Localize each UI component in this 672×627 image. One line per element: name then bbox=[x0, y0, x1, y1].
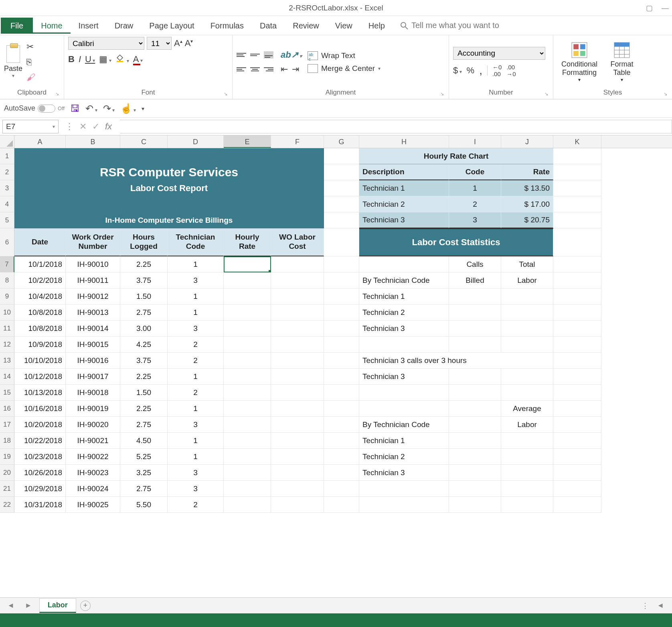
cell[interactable]: 3.25 bbox=[120, 465, 168, 481]
orientation-icon[interactable]: ab↗ bbox=[281, 50, 302, 60]
cell[interactable] bbox=[324, 353, 359, 369]
align-left-icon[interactable] bbox=[237, 66, 246, 73]
cell[interactable] bbox=[14, 148, 324, 164]
cell[interactable]: Average bbox=[501, 401, 553, 417]
cell[interactable] bbox=[501, 321, 553, 337]
cell[interactable]: IH-90020 bbox=[66, 417, 120, 433]
cell[interactable]: 1 bbox=[168, 256, 224, 272]
percent-format-icon[interactable]: % bbox=[467, 65, 475, 76]
cell[interactable] bbox=[324, 272, 359, 288]
cell[interactable] bbox=[449, 449, 501, 465]
cell[interactable] bbox=[553, 497, 601, 513]
cell[interactable] bbox=[553, 433, 601, 449]
cell[interactable]: Technician 3 bbox=[359, 465, 449, 481]
italic-button[interactable]: I bbox=[79, 54, 81, 65]
cell[interactable]: Technician 1 bbox=[359, 180, 449, 196]
cell[interactable] bbox=[271, 449, 324, 465]
cell[interactable] bbox=[271, 385, 324, 401]
cell[interactable] bbox=[449, 288, 501, 304]
cell[interactable]: 1 bbox=[168, 449, 224, 465]
row-header[interactable]: 17 bbox=[0, 417, 14, 433]
cell[interactable] bbox=[501, 497, 553, 513]
autosave-toggle[interactable]: AutoSave Off bbox=[4, 104, 65, 113]
cell[interactable] bbox=[553, 481, 601, 497]
cell[interactable] bbox=[359, 385, 449, 401]
cell[interactable] bbox=[553, 180, 601, 196]
cell[interactable] bbox=[271, 288, 324, 304]
cell[interactable] bbox=[224, 449, 271, 465]
cell[interactable] bbox=[224, 433, 271, 449]
cell[interactable] bbox=[324, 196, 359, 212]
cell[interactable]: WO Labor Cost bbox=[271, 228, 324, 256]
cell[interactable] bbox=[271, 304, 324, 321]
cell[interactable] bbox=[224, 369, 271, 385]
cell[interactable]: 10/2/2018 bbox=[14, 272, 66, 288]
align-center-icon[interactable] bbox=[250, 66, 260, 73]
page-layout-tab[interactable]: Page Layout bbox=[141, 18, 202, 34]
cell[interactable] bbox=[324, 228, 359, 256]
cell[interactable] bbox=[501, 304, 553, 321]
row-header[interactable]: 5 bbox=[0, 212, 14, 228]
cell[interactable]: 3 bbox=[168, 272, 224, 288]
row-header[interactable]: 6 bbox=[0, 228, 14, 256]
cell[interactable]: 3 bbox=[168, 465, 224, 481]
cell[interactable] bbox=[553, 272, 601, 288]
active-cell[interactable] bbox=[224, 256, 271, 272]
cell[interactable]: 1 bbox=[168, 433, 224, 449]
decrease-decimal-icon[interactable]: .00→0 bbox=[506, 64, 516, 77]
row-header[interactable]: 2 bbox=[0, 164, 14, 180]
cell[interactable] bbox=[271, 497, 324, 513]
cell[interactable] bbox=[324, 497, 359, 513]
redo-icon[interactable]: ↷ bbox=[103, 103, 115, 114]
cell[interactable]: 10/22/2018 bbox=[14, 433, 66, 449]
enter-icon[interactable]: ✓ bbox=[92, 121, 99, 132]
row-header[interactable]: 18 bbox=[0, 433, 14, 449]
accounting-format-icon[interactable]: $ bbox=[453, 65, 462, 76]
cell[interactable] bbox=[271, 465, 324, 481]
cell[interactable]: Work Order Number bbox=[66, 228, 120, 256]
cell[interactable]: 10/1/2018 bbox=[14, 256, 66, 272]
row-header[interactable]: 12 bbox=[0, 337, 14, 353]
font-color-button[interactable]: A bbox=[133, 54, 143, 65]
cell[interactable]: 10/12/2018 bbox=[14, 369, 66, 385]
help-tab[interactable]: Help bbox=[360, 18, 393, 34]
cell[interactable]: 10/10/2018 bbox=[14, 353, 66, 369]
cell[interactable] bbox=[553, 369, 601, 385]
cell[interactable]: Technician 1 bbox=[359, 433, 449, 449]
cancel-icon[interactable]: ✕ bbox=[79, 121, 87, 132]
cell[interactable] bbox=[501, 449, 553, 465]
sheet-tab-labor[interactable]: Labor bbox=[39, 598, 76, 613]
number-format-select[interactable]: Accounting bbox=[453, 47, 545, 60]
ribbon-collapse-icon[interactable]: ▢ bbox=[646, 0, 653, 16]
cell[interactable]: IH-90015 bbox=[66, 337, 120, 353]
cell[interactable] bbox=[449, 417, 501, 433]
row-header[interactable]: 10 bbox=[0, 304, 14, 321]
cell[interactable] bbox=[449, 465, 501, 481]
cell[interactable] bbox=[224, 337, 271, 353]
cell[interactable] bbox=[324, 212, 359, 228]
cell[interactable] bbox=[553, 228, 601, 256]
cell[interactable] bbox=[324, 433, 359, 449]
cell[interactable] bbox=[324, 465, 359, 481]
cell[interactable]: 3 bbox=[168, 481, 224, 497]
cell[interactable] bbox=[324, 449, 359, 465]
cell[interactable]: IH-90016 bbox=[66, 353, 120, 369]
dots-icon[interactable]: ⋮ bbox=[65, 121, 74, 132]
cell[interactable]: 10/9/2018 bbox=[14, 337, 66, 353]
draw-tab[interactable]: Draw bbox=[107, 18, 142, 34]
cell[interactable] bbox=[324, 256, 359, 272]
cell[interactable]: Calls bbox=[449, 256, 501, 272]
format-as-table-button[interactable]: Format Table▾ bbox=[608, 42, 636, 83]
font-name-select[interactable]: Calibri bbox=[68, 37, 144, 50]
cell[interactable]: 2 bbox=[168, 337, 224, 353]
report-title[interactable]: RSR Computer Services bbox=[14, 164, 324, 180]
cell[interactable]: 2.25 bbox=[120, 256, 168, 272]
cell[interactable] bbox=[449, 304, 501, 321]
cell[interactable]: IH-90018 bbox=[66, 385, 120, 401]
decrease-indent-icon[interactable]: ⇤ bbox=[281, 64, 288, 75]
cell[interactable]: Hours Logged bbox=[120, 228, 168, 256]
cell[interactable]: 10/13/2018 bbox=[14, 385, 66, 401]
cell[interactable] bbox=[449, 337, 501, 353]
cell[interactable]: $ 20.75 bbox=[501, 212, 553, 228]
cell[interactable]: 5.50 bbox=[120, 497, 168, 513]
